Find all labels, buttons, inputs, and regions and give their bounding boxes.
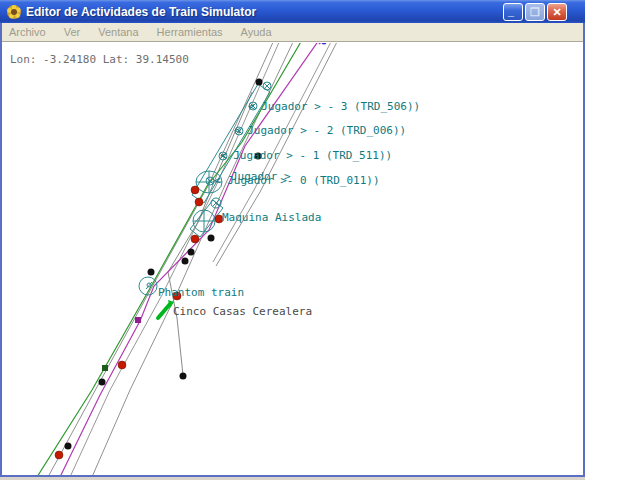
label-station-cinco-casas[interactable]: Cinco Casas Cerealera xyxy=(173,305,312,318)
label-jugador3[interactable]: < Jugador > - 3 (TRD_506)) xyxy=(248,100,420,113)
minimize-icon: _ xyxy=(504,4,522,18)
black-node-dot[interactable] xyxy=(182,258,189,265)
app-window: Editor de Actividades de Train Simulator… xyxy=(0,0,585,477)
window-controls: _ ❐ ✕ xyxy=(503,3,567,21)
menu-ayuda[interactable]: Ayuda xyxy=(241,24,281,40)
black-node-dot[interactable] xyxy=(148,269,155,276)
black-node-dot[interactable] xyxy=(65,443,72,450)
track-network: < Jugador > - 3 (TRD_506)) < Jugador > -… xyxy=(2,43,583,475)
black-node-dot[interactable] xyxy=(99,379,106,386)
app-icon xyxy=(6,4,22,20)
selection-circle-maquina[interactable] xyxy=(193,210,215,232)
red-wagon-dot[interactable] xyxy=(195,198,203,206)
menu-ventana[interactable]: Ventana xyxy=(98,24,147,40)
train-marker-jugador0[interactable] xyxy=(206,177,214,185)
track-line-gray-1 xyxy=(48,43,274,475)
blue-node-dot[interactable] xyxy=(322,43,327,45)
screen: Editor de Actividades de Train Simulator… xyxy=(0,0,640,480)
red-wagon-dot[interactable] xyxy=(55,451,63,459)
label-jugador1[interactable]: < Jugador > - 1 (TRD_511)) xyxy=(220,149,392,162)
green-square-marker[interactable] xyxy=(102,365,108,371)
coordinates-readout: Lon: -3.24180 Lat: 39.14500 xyxy=(10,53,189,66)
black-node-dot[interactable] xyxy=(208,235,215,242)
red-wagon-dot[interactable] xyxy=(191,186,199,194)
menubar: Archivo Ver Ventana Herramientas Ayuda xyxy=(2,23,583,42)
route-map-canvas[interactable]: Lon: -3.24180 Lat: 39.14500 xyxy=(2,43,583,475)
window-title: Editor de Actividades de Train Simulator xyxy=(26,5,256,19)
maximize-icon: ❐ xyxy=(530,6,540,18)
train-marker-consist-top[interactable] xyxy=(263,82,271,90)
black-node-dot[interactable] xyxy=(188,249,195,256)
label-jugador2[interactable]: < Jugador > - 2 (TRD_006)) xyxy=(234,124,406,137)
maximize-button[interactable]: ❐ xyxy=(525,3,545,21)
menu-archivo[interactable]: Archivo xyxy=(9,24,55,40)
minimize-button[interactable]: _ xyxy=(503,3,523,21)
titlebar[interactable]: Editor de Actividades de Train Simulator… xyxy=(0,0,585,23)
magenta-square-marker[interactable] xyxy=(135,317,141,323)
red-wagon-dot[interactable] xyxy=(191,235,199,243)
menu-ver[interactable]: Ver xyxy=(64,24,90,40)
label-phantom-train[interactable]: Phantom train xyxy=(158,286,244,299)
black-node-dot[interactable] xyxy=(180,373,187,380)
label-jugador0-overlap: Jugador > xyxy=(231,170,291,183)
red-wagon-dot[interactable] xyxy=(118,361,126,369)
close-icon: ✕ xyxy=(552,6,561,18)
label-maquina-aislada[interactable]: Maquina Aislada xyxy=(222,211,321,224)
black-node-dot[interactable] xyxy=(256,79,263,86)
close-button[interactable]: ✕ xyxy=(547,3,567,21)
menu-herramientas[interactable]: Herramientas xyxy=(157,24,232,40)
